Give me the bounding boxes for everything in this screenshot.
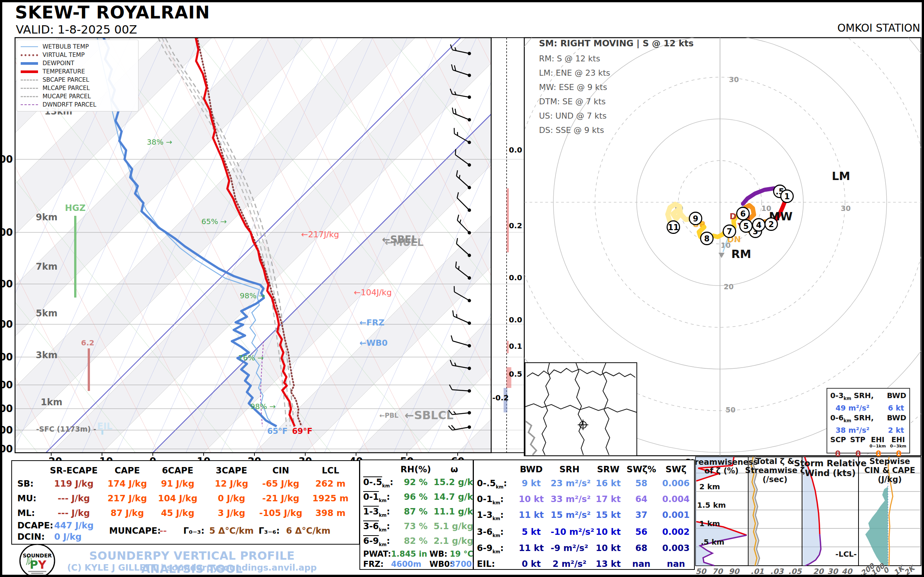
legend-label: DWNDRFT PARCEL [43,101,96,108]
sounderpy-logo: SOUNDER P Y [20,544,55,577]
mini-panels: Streamwiseness of ζ (%) Total ζ & Stream… [685,457,921,577]
composite-headers: SCPSTP EHI0−1km EHI0−3km [830,437,906,449]
pressure-tick-label: 800 [0,403,13,414]
wb0-label: ←WB0 [360,338,388,348]
panel-km-label: 1 km [699,519,720,528]
sm-title: SM: RIGHT MOVING | S @ 12 kts [539,39,694,48]
dcin-value: 0 J/kg [54,532,82,542]
ring-label: 50 [726,406,736,414]
decorative [468,322,471,325]
row-label: 1-3km: [363,506,390,518]
row-label: 3-6km: [363,521,390,533]
decorative [468,344,471,347]
moisture-table: RH(%) ω 0-.5km: 92 % 15.2 g/kg 0-1km: 96… [360,459,474,570]
row-label: MU: [17,493,37,503]
wb-value: 19 °C [450,550,473,559]
decorative [457,198,469,210]
height-label: 9km [36,212,58,222]
muncape-label: MUNCAPE: [109,526,161,535]
logo-text-y: Y [38,558,47,571]
row-label: 6-9km: [363,536,390,547]
sm-rm: RM: S @ 12 kts [539,52,694,66]
omega-value: 0.2 [509,221,522,230]
legend-label: DEWPOINT [43,60,74,67]
height-marker-value: 6 [740,210,746,218]
panel-tick-label: 20 [813,567,824,576]
pressure-tick-label: 1000 [0,443,13,455]
frz-label: ←FRZ [360,318,384,327]
sm-lm: LM: ENE @ 23 kts [539,66,694,80]
skewt-legend: WETBULB TEMP VIRTUAL TEMP DEWPOINT TEMPE… [16,40,138,111]
legend-item: DWNDRFT PARCEL [21,101,134,109]
decorative [468,411,471,414]
pressure-tick-label: 400 [0,278,13,290]
srh6-header: 0-6km SRH,BWD [830,413,906,425]
wind-barb [450,310,472,325]
omega-value: 0.0 [509,315,522,324]
panel-tick-label: 40 [842,567,853,576]
decorative [468,96,471,98]
wetbulb-line-swatch [21,46,38,47]
ring-label: 30 [841,204,851,213]
omega-value: 0.5 [509,369,522,379]
srh3-header: 0-3km SRH,BWD [830,391,906,403]
sfc-wetbulb-f: 65°F [267,427,288,436]
decorative [468,299,471,303]
frz-label: FRZ: [363,560,384,569]
scp-value: 0 [830,449,845,458]
height-marker-value: 1 [784,192,790,201]
dcape-value: 447 J/kg [54,521,94,530]
dcape-label: DCAPE: [17,521,53,530]
srh-bwd-infobox: 0-3km SRH,BWD 49 m²/s²6 kt 0-6km SRH,BWD… [826,388,910,453]
omega-value: -0.2 [492,393,509,402]
virtual-temp-swatch [21,54,38,56]
decorative [452,128,456,134]
lapse62-label: 6.2 [81,338,94,347]
pressure-tick-label: 600 [0,351,13,363]
legend-item: DEWPOINT [21,59,134,68]
shear-table: BWD SRH SRW SWζ% SWζ 0-.5km: 9 kt 23 m²/… [473,459,695,570]
sbcape-swatch [21,79,38,81]
frz-value: 4600m [391,560,421,569]
thermo-table: SR-ECAPE CAPE 6CAPE 3CAPE CIN LCL SB: 11… [11,460,360,545]
pressure-tick-label: 500 [0,319,13,330]
rh98a-label: 98% → [240,291,265,300]
panel-km-label: 1.5 km [697,501,726,509]
rm-label: RM [731,247,751,261]
panel-km-label: .5 km [701,537,725,546]
muel-label: ←MUEL [385,237,423,248]
legend-item: VIRTUAL TEMP [21,51,134,59]
ring-label: 30 [729,75,739,84]
p1-title-1: Streamwiseness [685,458,758,467]
dewpoint-swatch [21,62,38,65]
row-label: 0-.5km: [363,477,393,488]
panel-km-label: 2 km [699,482,720,491]
wind-barb [450,108,472,121]
panel-tick-label: .03 [770,567,784,576]
wb-label: WB: [429,550,448,559]
height-marker-value: 2 [768,220,774,229]
decorative [468,367,471,369]
decorative [468,52,471,55]
height-label: 3km [36,350,58,361]
legend-item: MUCAPE PARCEL [21,92,134,101]
srh3-values: 49 m²/s²6 kt [830,403,906,413]
eil-label: EIL [97,421,112,432]
height-label: 1km [41,397,63,408]
sm-mw: MW: ESE @ 9 kts [539,80,694,95]
decorative [468,74,471,77]
panel-tick-label: 70 [712,567,723,576]
p3-title-2: Wind (kts) [805,468,855,478]
omega-value: 0.0 [509,273,522,282]
panel-tick-label: .05 [788,567,802,576]
sfc-label: -SFC (1173m) - [36,425,96,433]
rh76-label: 76% → [238,353,264,362]
map-inset [525,363,637,456]
legend-label: TEMPERATURE [43,68,85,75]
height-marker-value: 4 [756,221,762,230]
sm-dtm: DTM: SE @ 7 kts [539,95,694,109]
decorative [468,425,471,428]
decorative [450,335,454,341]
pressure-tick-label: 900 [0,424,13,436]
legend-item: SBCAPE PARCEL [21,76,134,84]
